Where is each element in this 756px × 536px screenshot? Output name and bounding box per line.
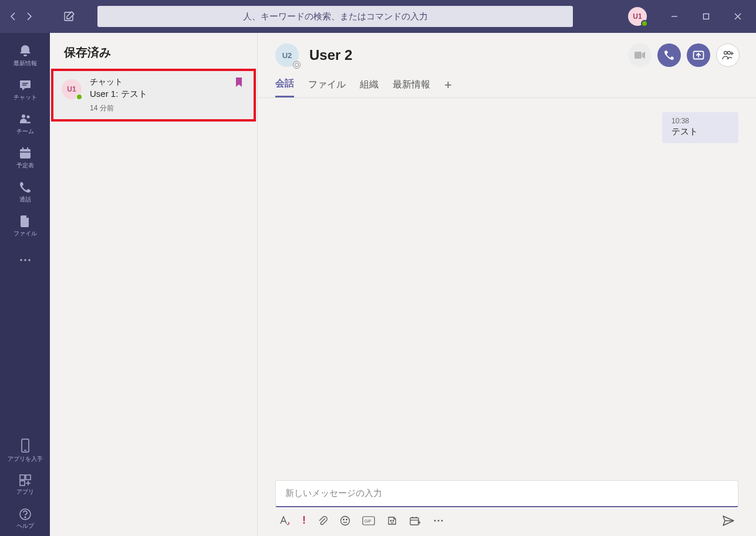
avatar-initials: U1 — [67, 85, 76, 93]
svg-text:GIF: GIF — [365, 519, 372, 523]
presence-available-icon — [76, 93, 83, 100]
rail-files[interactable]: ファイル — [0, 209, 50, 243]
saved-item-time: 14 分前 — [90, 103, 243, 113]
new-message-button[interactable] — [58, 5, 81, 28]
svg-point-15 — [28, 259, 30, 261]
svg-point-36 — [390, 520, 392, 521]
svg-point-33 — [346, 519, 347, 520]
sticker-icon[interactable] — [387, 515, 397, 526]
chat-pane: U2 User 2 会話 ファイル 組織 最新情報 + 10:38 テスト 新し… — [258, 33, 756, 536]
maximize-button[interactable] — [693, 5, 720, 28]
rail-label: アプリ — [16, 488, 34, 496]
rail-label: ファイル — [14, 230, 37, 238]
minimize-button[interactable] — [661, 5, 688, 28]
saved-item-title: チャット — [90, 77, 243, 87]
svg-point-45 — [438, 520, 440, 521]
priority-icon[interactable]: ! — [302, 514, 306, 527]
rail-label: チャット — [14, 93, 37, 102]
saved-item-preview: User 1: テスト — [90, 89, 243, 100]
rail-label: ヘルプ — [16, 522, 34, 530]
tab-organization[interactable]: 組織 — [360, 79, 379, 97]
chat-header: U2 User 2 — [258, 33, 756, 67]
message-text: テスト — [671, 126, 729, 137]
app-rail: 最新情報 チャット チーム 予定表 通話 ファイル アプリを入手 アプリ ヘルプ — [0, 33, 50, 536]
attach-icon[interactable] — [318, 515, 328, 526]
saved-item[interactable]: U1 チャット User 1: テスト 14 分前 — [51, 69, 256, 122]
compose-area: 新しいメッセージの入力 ! GIF — [258, 480, 756, 536]
chat-tabs: 会話 ファイル 組織 最新情報 + — [258, 67, 756, 98]
back-button[interactable] — [5, 7, 21, 26]
saved-item-avatar: U1 — [62, 79, 82, 99]
svg-point-6 — [22, 114, 25, 118]
rail-label: 最新情報 — [14, 59, 37, 68]
video-call-button[interactable] — [628, 43, 652, 67]
svg-rect-2 — [704, 14, 709, 19]
emoji-icon[interactable] — [340, 515, 350, 526]
more-icon[interactable] — [433, 519, 444, 522]
compose-toolbar: ! GIF — [275, 507, 738, 527]
svg-rect-3 — [20, 80, 31, 88]
screen-share-button[interactable] — [687, 43, 710, 67]
rail-chat[interactable]: チャット — [0, 73, 50, 107]
rail-calls[interactable]: 通話 — [0, 175, 50, 209]
svg-rect-11 — [22, 147, 23, 150]
tab-files[interactable]: ファイル — [308, 79, 346, 97]
svg-rect-38 — [410, 518, 419, 525]
rail-more[interactable] — [0, 243, 50, 277]
message-time: 10:38 — [671, 117, 729, 125]
close-button[interactable] — [724, 5, 751, 28]
svg-point-14 — [24, 259, 26, 261]
compose-input[interactable]: 新しいメッセージの入力 — [275, 480, 738, 507]
avatar-initials: U1 — [633, 12, 642, 21]
svg-point-44 — [434, 520, 436, 521]
gif-icon[interactable]: GIF — [362, 516, 375, 525]
audio-call-button[interactable] — [657, 43, 681, 67]
rail-label: 予定表 — [16, 161, 34, 170]
svg-point-13 — [20, 259, 22, 261]
svg-rect-25 — [635, 52, 642, 59]
rail-label: チーム — [16, 127, 34, 136]
rail-help[interactable]: ヘルプ — [0, 502, 50, 536]
send-button[interactable] — [722, 515, 735, 527]
rail-get-apps[interactable]: アプリを入手 — [0, 434, 50, 468]
rail-label: アプリを入手 — [8, 455, 43, 463]
presence-offline-icon — [293, 61, 301, 69]
svg-rect-12 — [27, 147, 28, 150]
message-list: 10:38 テスト — [258, 98, 756, 480]
add-tab-button[interactable]: + — [444, 77, 452, 97]
svg-point-27 — [724, 52, 727, 55]
saved-panel: 保存済み U1 チャット User 1: テスト 14 分前 — [50, 33, 258, 536]
bookmark-icon — [235, 77, 243, 87]
rail-teams[interactable]: チーム — [0, 107, 50, 141]
svg-point-32 — [343, 519, 345, 520]
titlebar: 人、キーワードの検索、またはコマンドの入力 U1 — [0, 0, 756, 33]
rail-apps[interactable]: アプリ — [0, 468, 50, 502]
svg-point-37 — [393, 520, 394, 521]
rail-calendar[interactable]: 予定表 — [0, 141, 50, 175]
svg-point-24 — [25, 517, 26, 518]
add-people-button[interactable] — [716, 43, 740, 67]
svg-rect-20 — [20, 481, 25, 486]
svg-point-28 — [728, 52, 731, 55]
tab-activity[interactable]: 最新情報 — [393, 79, 430, 97]
message-out[interactable]: 10:38 テスト — [662, 112, 738, 143]
search-input[interactable]: 人、キーワードの検索、またはコマンドの入力 — [97, 6, 573, 27]
svg-point-7 — [26, 116, 29, 119]
chat-peer-name: User 2 — [309, 47, 352, 63]
avatar-initials: U2 — [282, 51, 292, 60]
rail-activity[interactable]: 最新情報 — [0, 39, 50, 73]
meet-now-icon[interactable] — [409, 515, 421, 526]
svg-point-31 — [341, 516, 350, 525]
svg-point-46 — [441, 520, 443, 521]
panel-title: 保存済み — [50, 33, 257, 69]
rail-label: 通話 — [19, 195, 31, 204]
tab-conversation[interactable]: 会話 — [275, 77, 294, 97]
svg-rect-19 — [26, 475, 31, 480]
chat-peer-avatar[interactable]: U2 — [275, 43, 299, 67]
current-user-avatar[interactable]: U1 — [628, 7, 647, 26]
presence-available-icon — [641, 20, 648, 27]
forward-button[interactable] — [21, 7, 38, 26]
svg-rect-18 — [20, 475, 25, 480]
format-icon[interactable] — [279, 515, 291, 526]
